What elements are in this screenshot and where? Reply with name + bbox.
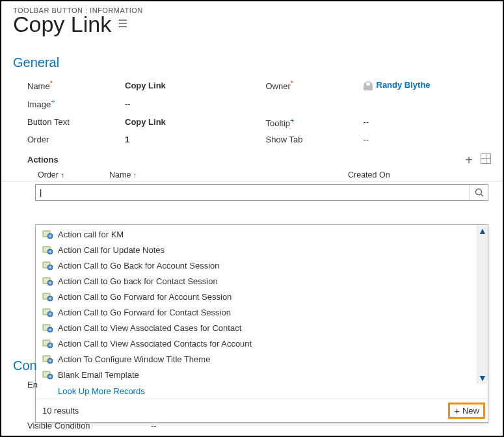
action-call-icon <box>42 276 53 286</box>
label-enable-partial: En <box>27 380 157 390</box>
scrollbar[interactable]: ▲ ▼ <box>477 225 488 384</box>
action-call-icon <box>42 291 53 302</box>
col-order[interactable]: Order ↑ <box>38 170 109 179</box>
value-button-text[interactable]: Copy Link <box>125 117 166 127</box>
section-general: General <box>1 37 503 75</box>
action-call-icon <box>42 245 53 255</box>
action-call-icon <box>42 338 53 349</box>
sort-asc-icon: ↑ <box>133 171 137 179</box>
required-icon: * <box>50 79 53 87</box>
label-visible-condition: Visible Condition <box>27 421 90 430</box>
lookup-item-label: Action Call for Update Notes <box>58 245 165 255</box>
svg-point-4 <box>118 23 118 24</box>
label-owner: Owner* <box>266 79 364 91</box>
lookup-item[interactable]: Action Call to Go Forward for Contact Se… <box>36 304 477 320</box>
action-call-icon <box>42 323 53 333</box>
svg-rect-27 <box>50 298 51 300</box>
recommended-icon: + <box>290 116 294 124</box>
user-icon <box>364 81 373 90</box>
lookup-search-input[interactable] <box>36 185 470 200</box>
svg-rect-11 <box>50 235 51 237</box>
svg-rect-39 <box>50 345 51 347</box>
value-visible-condition[interactable]: -- <box>151 421 157 430</box>
lookup-item-label: Action Call to Go Back for Account Sessi… <box>58 261 220 271</box>
search-icon[interactable] <box>470 185 488 200</box>
recommended-icon: + <box>51 98 55 105</box>
scroll-up-icon[interactable]: ▲ <box>478 226 487 235</box>
value-image[interactable]: -- <box>125 99 131 109</box>
lookup-item[interactable]: Action call for KM <box>36 226 477 242</box>
lookup-item[interactable]: Action Call to Go Back for Account Sessi… <box>36 258 477 273</box>
action-call-icon <box>42 260 53 271</box>
lookup-new-button[interactable]: + New <box>448 403 485 419</box>
svg-point-3 <box>118 20 118 21</box>
value-tooltip[interactable]: -- <box>364 117 369 127</box>
actions-label: Actions <box>27 155 59 165</box>
svg-rect-31 <box>50 313 51 315</box>
label-order: Order <box>27 135 125 144</box>
action-call-icon <box>42 307 53 317</box>
grid-view-icon[interactable] <box>481 153 491 164</box>
lookup-item-label: Action Call to View Associated Cases for… <box>58 323 241 333</box>
label-image: Image+ <box>27 98 125 109</box>
lookup-item[interactable]: Action Call to Go Forward for Account Se… <box>36 289 477 304</box>
lookup-item-label: Action call for KM <box>58 230 124 239</box>
label-name: Name* <box>27 79 125 91</box>
add-action-icon[interactable]: + <box>465 153 473 166</box>
svg-rect-15 <box>50 251 51 253</box>
lookup-item[interactable]: Action Call for Update Notes <box>36 242 477 258</box>
actions-grid-header: Order ↑ Name ↑ Created On <box>1 169 503 181</box>
sort-asc-icon: ↑ <box>60 171 64 179</box>
svg-line-7 <box>481 194 483 196</box>
svg-rect-23 <box>50 282 51 284</box>
label-show-tab: Show Tab <box>266 135 364 144</box>
lookup-item-label: Action Call to Go back for Contact Sessi… <box>58 276 218 286</box>
lookup-item-label: Action Call to Go Forward for Account Se… <box>58 292 232 302</box>
label-button-text: Button Text <box>27 117 125 127</box>
svg-point-5 <box>118 26 118 27</box>
value-name[interactable]: Copy Link <box>125 81 166 90</box>
value-owner[interactable]: Randy Blythe <box>364 80 431 90</box>
required-icon: * <box>291 79 293 87</box>
svg-rect-35 <box>50 329 51 331</box>
lookup-item-label: Action Call to Go Forward for Contact Se… <box>58 308 231 317</box>
svg-point-6 <box>475 189 481 194</box>
label-tooltip: Tooltip+ <box>266 116 364 128</box>
svg-rect-19 <box>50 267 51 269</box>
lookup-item[interactable]: Action Call to View Associated Contacts … <box>36 336 477 351</box>
page-title: Copy Link <box>13 12 111 37</box>
value-order[interactable]: 1 <box>125 135 129 144</box>
plus-icon: + <box>454 406 460 416</box>
col-created-on[interactable]: Created On <box>348 170 465 179</box>
value-show-tab[interactable]: -- <box>364 135 369 144</box>
lookup-item-label: Action Call to View Associated Contacts … <box>58 339 252 349</box>
lookup-item[interactable]: Action Call to Go back for Contact Sessi… <box>36 273 477 289</box>
title-menu-icon[interactable] <box>118 19 129 31</box>
scroll-down-icon[interactable]: ▼ <box>478 373 487 382</box>
col-name[interactable]: Name ↑ <box>109 170 348 179</box>
action-call-icon <box>42 229 53 239</box>
lookup-item[interactable]: Action Call to View Associated Cases for… <box>36 320 477 336</box>
section-conditions-partial: Con <box>13 358 157 373</box>
